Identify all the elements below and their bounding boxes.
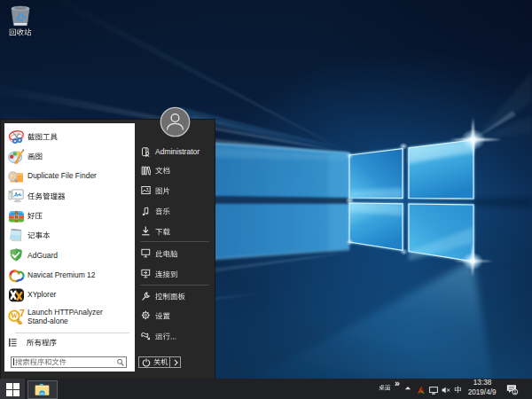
svg-text:1: 1 <box>513 389 516 395</box>
svg-text:W: W <box>11 312 18 320</box>
svg-text:7: 7 <box>20 309 25 318</box>
